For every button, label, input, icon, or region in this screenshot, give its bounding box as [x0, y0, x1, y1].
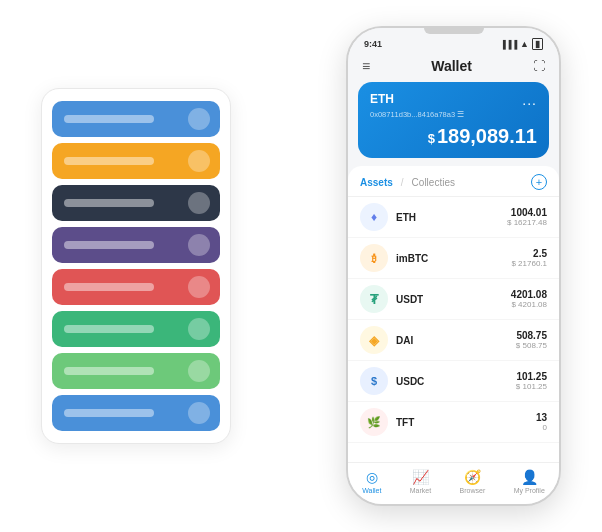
menu-icon[interactable]: ≡ [362, 58, 370, 74]
list-item[interactable] [52, 227, 220, 263]
card-icon [188, 108, 210, 130]
usdc-asset-amount: 101.25 [516, 371, 547, 382]
asset-item-eth[interactable]: ♦ ETH 1004.01 $ 16217.48 [348, 197, 559, 238]
card-label [64, 325, 154, 333]
dai-logo: ◈ [360, 326, 388, 354]
eth-asset-usd: $ 16217.48 [507, 218, 547, 227]
list-item[interactable] [52, 185, 220, 221]
usdc-values: 101.25 $ 101.25 [516, 371, 547, 391]
list-item[interactable] [52, 101, 220, 137]
eth-card-label: ETH [370, 92, 394, 106]
eth-card-menu[interactable]: ... [522, 92, 537, 108]
scene: 9:41 ▐▐▐ ▲ ▮ ≡ Wallet ⛶ ETH ... 0x08711d… [11, 11, 591, 521]
card-icon [188, 150, 210, 172]
eth-asset-amount: 1004.01 [507, 207, 547, 218]
card-icon [188, 234, 210, 256]
dai-values: 508.75 $ 508.75 [516, 330, 547, 350]
usdt-asset-amount: 4201.08 [511, 289, 547, 300]
card-icon [188, 318, 210, 340]
eth-amount-value: 189,089.11 [437, 125, 537, 147]
currency-symbol: $ [428, 131, 435, 146]
nav-item-profile[interactable]: 👤 My Profile [514, 469, 545, 494]
usdt-logo: ₮ [360, 285, 388, 313]
imbtc-logo: ₿ [360, 244, 388, 272]
eth-logo: ♦ [360, 203, 388, 231]
market-nav-label: Market [410, 487, 431, 494]
tab-divider: / [401, 177, 404, 188]
assets-tabs: Assets / Collecties [360, 177, 455, 188]
battery-icon: ▮ [532, 38, 543, 50]
nav-item-market[interactable]: 📈 Market [410, 469, 431, 494]
list-item[interactable] [52, 311, 220, 347]
imbtc-values: 2.5 $ 21760.1 [511, 248, 547, 268]
dai-asset-usd: $ 508.75 [516, 341, 547, 350]
usdc-logo: $ [360, 367, 388, 395]
list-item[interactable] [52, 269, 220, 305]
usdc-logo-icon: $ [371, 375, 377, 387]
tab-assets[interactable]: Assets [360, 177, 393, 188]
wallet-nav-icon: ◎ [366, 469, 378, 485]
add-asset-button[interactable]: + [531, 174, 547, 190]
eth-values: 1004.01 $ 16217.48 [507, 207, 547, 227]
wallet-nav-label: Wallet [362, 487, 381, 494]
asset-list: ♦ ETH 1004.01 $ 16217.48 ₿ imBTC [348, 197, 559, 462]
usdc-name: USDC [396, 376, 516, 387]
card-stack [41, 88, 231, 444]
tab-collectibles[interactable]: Collecties [412, 177, 455, 188]
card-label [64, 199, 154, 207]
tft-info: TFT [396, 417, 536, 428]
usdt-info: USDT [396, 294, 511, 305]
list-item[interactable] [52, 143, 220, 179]
card-label [64, 241, 154, 249]
profile-nav-icon: 👤 [521, 469, 538, 485]
usdt-asset-usd: $ 4201.08 [511, 300, 547, 309]
tft-logo-icon: 🌿 [367, 416, 381, 429]
card-label [64, 115, 154, 123]
card-icon [188, 402, 210, 424]
phone-content: ETH ... 0x08711d3b...8416a78a3 ☰ $189,08… [348, 82, 559, 462]
eth-logo-icon: ♦ [371, 210, 377, 224]
eth-info: ETH [396, 212, 507, 223]
usdc-asset-usd: $ 101.25 [516, 382, 547, 391]
tft-logo: 🌿 [360, 408, 388, 436]
nav-item-wallet[interactable]: ◎ Wallet [362, 469, 381, 494]
nav-item-browser[interactable]: 🧭 Browser [460, 469, 486, 494]
eth-card-top: ETH ... [370, 92, 537, 108]
dai-info: DAI [396, 335, 516, 346]
phone: 9:41 ▐▐▐ ▲ ▮ ≡ Wallet ⛶ ETH ... 0x08711d… [346, 26, 561, 506]
eth-card[interactable]: ETH ... 0x08711d3b...8416a78a3 ☰ $189,08… [358, 82, 549, 158]
signal-icon: ▐▐▐ [500, 40, 517, 49]
eth-address: 0x08711d3b...8416a78a3 ☰ [370, 110, 537, 119]
imbtc-logo-icon: ₿ [372, 253, 377, 264]
asset-item-usdc[interactable]: $ USDC 101.25 $ 101.25 [348, 361, 559, 402]
asset-item-usdt[interactable]: ₮ USDT 4201.08 $ 4201.08 [348, 279, 559, 320]
usdt-values: 4201.08 $ 4201.08 [511, 289, 547, 309]
phone-header: ≡ Wallet ⛶ [348, 54, 559, 82]
asset-item-imbtc[interactable]: ₿ imBTC 2.5 $ 21760.1 [348, 238, 559, 279]
list-item[interactable] [52, 395, 220, 431]
browser-nav-label: Browser [460, 487, 486, 494]
assets-section: Assets / Collecties + ♦ ETH 1004.01 [348, 166, 559, 462]
status-icons: ▐▐▐ ▲ ▮ [500, 38, 543, 50]
card-icon [188, 192, 210, 214]
asset-item-dai[interactable]: ◈ DAI 508.75 $ 508.75 [348, 320, 559, 361]
asset-item-tft[interactable]: 🌿 TFT 13 0 [348, 402, 559, 443]
usdt-logo-icon: ₮ [370, 292, 378, 307]
profile-nav-label: My Profile [514, 487, 545, 494]
eth-name: ETH [396, 212, 507, 223]
imbtc-asset-amount: 2.5 [511, 248, 547, 259]
dai-name: DAI [396, 335, 516, 346]
eth-amount: $189,089.11 [370, 125, 537, 148]
imbtc-name: imBTC [396, 253, 511, 264]
expand-icon[interactable]: ⛶ [533, 59, 545, 73]
card-label [64, 409, 154, 417]
card-icon [188, 276, 210, 298]
tft-asset-amount: 13 [536, 412, 547, 423]
list-item[interactable] [52, 353, 220, 389]
browser-nav-icon: 🧭 [464, 469, 481, 485]
imbtc-info: imBTC [396, 253, 511, 264]
page-title: Wallet [431, 58, 472, 74]
market-nav-icon: 📈 [412, 469, 429, 485]
usdc-info: USDC [396, 376, 516, 387]
assets-header: Assets / Collecties + [348, 166, 559, 197]
